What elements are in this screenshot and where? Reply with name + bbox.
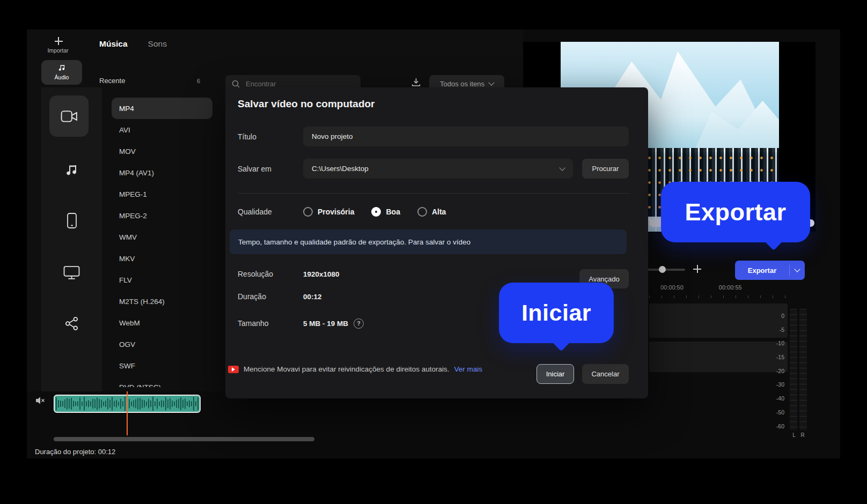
export-callout-text: Exportar	[685, 198, 786, 226]
items-filter-label: Todos os itens	[440, 80, 484, 88]
export-dialog: Salvar vídeo no computador Título Salvar…	[225, 87, 648, 398]
format-list-item[interactable]: MPEG-1	[112, 183, 212, 205]
audio-meter-right	[799, 309, 807, 430]
quality-options: Provisória Boa Alta	[303, 207, 446, 217]
cancel-button-label: Cancelar	[591, 370, 619, 378]
audio-meter-scale: 0-5-10-15-20-30-40-50-60	[756, 309, 784, 433]
save-location-row: Salvar em C:\Users\Desktop	[238, 159, 573, 179]
cancel-button[interactable]: Cancelar	[582, 364, 629, 384]
duration-label: Duração	[238, 292, 303, 301]
export-options-toggle[interactable]	[790, 269, 805, 271]
meter-scale-value: -10	[756, 337, 784, 351]
format-list-item[interactable]: MOV	[112, 140, 212, 162]
format-list-item[interactable]: SWF	[112, 355, 212, 376]
title-field-label: Título	[238, 132, 303, 141]
format-list: MP4AVIMOVMP4 (AV1)MPEG-1MPEG-2WMVMKVFLVM…	[112, 98, 212, 387]
plus-icon	[55, 37, 62, 44]
quality-option[interactable]: Alta	[417, 207, 446, 217]
quality-option[interactable]: Boa	[371, 207, 400, 217]
project-title-input[interactable]	[303, 127, 629, 146]
track-mute-icon[interactable]	[35, 396, 45, 407]
format-list-item[interactable]: MKV	[112, 248, 212, 269]
format-label: FLV	[119, 276, 132, 284]
import-button[interactable]: Importar	[43, 36, 73, 54]
audio-meter-channels: LR	[790, 432, 807, 438]
size-row: Tamanho 5 MB - 19 MB ?	[238, 314, 364, 333]
timeline-scrollbar[interactable]	[54, 437, 314, 441]
see-more-link[interactable]: Ver mais	[454, 365, 482, 373]
play-triangle	[232, 367, 235, 372]
help-icon[interactable]: ?	[354, 318, 364, 329]
format-list-item[interactable]: FLV	[112, 269, 212, 291]
timeline-ruler[interactable]: 00:00:5000:00:55	[660, 284, 742, 291]
format-list-item[interactable]: M2TS (H.264)	[112, 291, 212, 312]
browse-button[interactable]: Procurar	[582, 159, 629, 179]
sidebar-item-mobile[interactable]	[41, 209, 102, 232]
smartphone-icon	[67, 212, 77, 229]
export-button[interactable]: Exportar	[735, 261, 805, 280]
meter-scale-value: -50	[756, 406, 784, 420]
notice-text: Mencione Movavi para evitar reivindicaçõ…	[244, 365, 449, 373]
size-label: Tamanho	[238, 319, 303, 328]
dialog-title: Salvar vídeo no computador	[238, 98, 375, 110]
sidebar-item-screen[interactable]	[41, 261, 102, 284]
format-list-item[interactable]: WMV	[112, 226, 212, 248]
audio-tool-button[interactable]: Áudio	[41, 60, 82, 85]
duration-row: Duração 00:12	[238, 287, 322, 306]
format-label: WMV	[119, 233, 137, 241]
sidebar-item-music[interactable]	[41, 159, 102, 182]
browse-button-label: Procurar	[592, 165, 619, 173]
meter-scale-value: -60	[756, 420, 784, 434]
resolution-value: 1920x1080	[303, 270, 340, 278]
video-camera-icon	[61, 110, 78, 123]
meter-channel-label: R	[798, 432, 807, 438]
media-tab[interactable]: Música	[99, 39, 128, 49]
export-info-banner: Tempo, tamanho e qualidade padrão de exp…	[230, 229, 627, 254]
quality-option-label: Boa	[386, 207, 400, 216]
chevron-down-icon	[559, 165, 565, 171]
format-list-item[interactable]: MPEG-2	[112, 205, 212, 226]
app-root: Exportar 00:00:5000:00:55 Duração do pro…	[0, 0, 867, 504]
format-list-item[interactable]: MP4 (AV1)	[112, 162, 212, 183]
sidebar-item-share[interactable]	[41, 312, 102, 335]
project-duration-label: Duração do projeto: 00:12	[35, 448, 115, 456]
format-label: SWF	[119, 362, 135, 370]
quality-option-label: Provisória	[318, 207, 354, 216]
search-input[interactable]	[245, 79, 354, 88]
meter-scale-value: -5	[756, 323, 784, 337]
format-label: OGV	[119, 340, 135, 349]
monitor-icon	[63, 265, 80, 280]
format-list-item[interactable]: OGV	[112, 333, 212, 355]
start-button[interactable]: Iniciar	[537, 364, 574, 384]
timeline-zoom-slider[interactable]	[648, 269, 685, 271]
meter-scale-value: -15	[756, 351, 784, 365]
format-label: MPEG-2	[119, 212, 147, 220]
search-icon	[232, 80, 240, 88]
timeline-zoom-knob[interactable]	[659, 266, 666, 273]
sidebar-rail	[41, 87, 102, 391]
recent-label: Recente	[99, 77, 125, 85]
format-label: MPEG-1	[119, 190, 147, 198]
advanced-button-label: Avançado	[589, 275, 620, 283]
format-list-item[interactable]: AVI	[112, 119, 212, 140]
format-list-item[interactable]: MP4	[112, 98, 212, 119]
export-info-text: Tempo, tamanho e qualidade padrão de exp…	[238, 238, 471, 246]
format-list-item[interactable]: WebM	[112, 312, 212, 333]
quality-option[interactable]: Provisória	[303, 207, 354, 217]
music-note-icon	[58, 64, 66, 72]
save-location-value: C:\Users\Desktop	[312, 165, 369, 173]
media-tab[interactable]: Sons	[148, 39, 167, 49]
import-label: Importar	[43, 47, 73, 54]
radio-icon	[417, 207, 427, 217]
start-callout-text: Iniciar	[521, 300, 591, 326]
start-button-label: Iniciar	[546, 370, 565, 378]
start-callout-bubble: Iniciar	[499, 283, 614, 343]
format-label: WebM	[119, 319, 140, 327]
media-tab-label: Música	[99, 39, 128, 48]
zoom-in-button[interactable]	[693, 265, 701, 275]
save-location-select[interactable]: C:\Users\Desktop	[303, 159, 573, 179]
format-list-item[interactable]: DVD (NTSC)	[112, 376, 212, 387]
sidebar-item-video[interactable]	[49, 95, 89, 137]
share-icon	[64, 316, 79, 331]
youtube-icon	[228, 366, 239, 373]
